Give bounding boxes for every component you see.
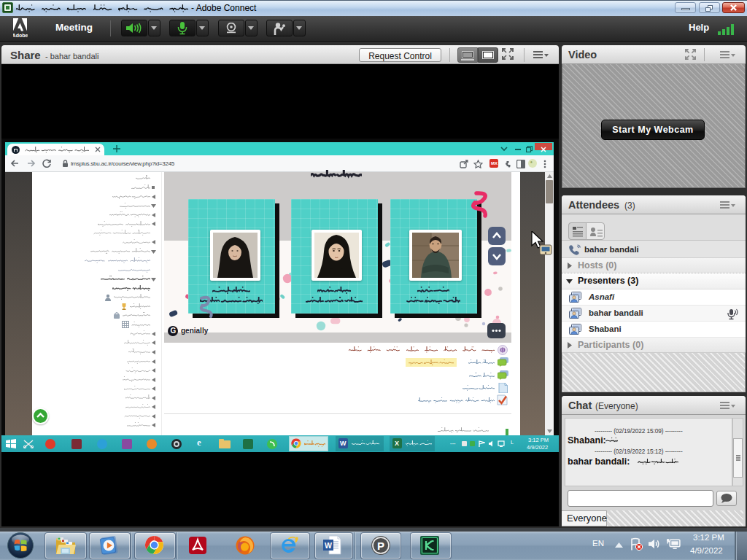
- svg-text:Adobe: Adobe: [13, 33, 28, 38]
- svg-text:P: P: [377, 540, 384, 552]
- svg-text:W: W: [325, 541, 332, 550]
